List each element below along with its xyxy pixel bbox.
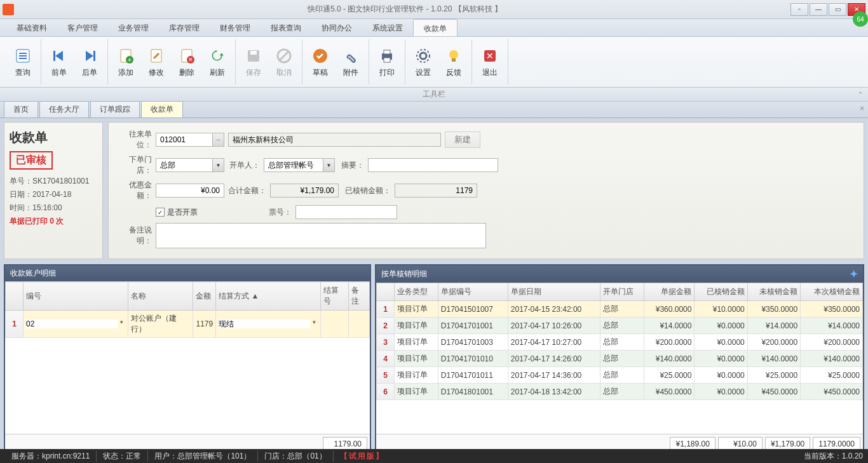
maker-dropdown-icon[interactable]: ▼	[323, 158, 335, 172]
summary-input[interactable]	[368, 158, 498, 172]
ribbon-footer-label: 工具栏	[423, 89, 445, 100]
list-icon	[13, 46, 33, 66]
toolbar-设置-button[interactable]: 设置	[408, 39, 438, 84]
toolbar-修改-button[interactable]: 修改	[141, 39, 172, 84]
store-dropdown-icon[interactable]: ▼	[213, 158, 224, 172]
meta-bill-no: 单号：SK17041801001	[10, 176, 97, 187]
total-input	[270, 184, 339, 198]
svg-rect-7	[93, 51, 95, 61]
save-icon	[243, 46, 264, 66]
discount-input[interactable]	[156, 184, 224, 198]
doc-edit-icon	[146, 46, 166, 66]
audit-stamp: 已审核	[10, 151, 53, 170]
toolbar-前单-button[interactable]: 前单	[44, 39, 74, 84]
table-row[interactable]: 1项目订单D170415010072017-04-15 23:42:00总部¥3…	[377, 301, 863, 318]
invoice-checkbox[interactable]: ✓ 是否开票	[156, 207, 198, 218]
verified-label: 已核销金额：	[342, 185, 391, 196]
toolbar-添加-button[interactable]: +添加	[111, 39, 141, 84]
meta-print-count: 单据已打印 0 次	[10, 216, 97, 227]
maker-select[interactable]	[264, 158, 323, 172]
table-row[interactable]: 3项目订单D170417010032017-04-17 10:27:00总部¥2…	[377, 334, 863, 351]
toolbar-取消-button: 取消	[269, 39, 299, 84]
chevron-down-icon[interactable]: ▼	[118, 319, 125, 328]
total-label: 合计金额：	[228, 185, 266, 196]
tab-close-icon[interactable]: ×	[860, 104, 864, 113]
left-grid-title: 收款账户明细	[10, 268, 56, 279]
menu-收款单[interactable]: 收款单	[413, 19, 458, 36]
window-minimize-button[interactable]: —	[810, 3, 827, 16]
toolbar-退出-button[interactable]: ✕退出	[475, 39, 505, 84]
svg-rect-23	[384, 58, 390, 62]
bulb-icon	[444, 46, 464, 66]
verify-table[interactable]: 业务类型单据编号单据日期开单门店单据金额已核销金额未核销金额本次核销金额1项目订…	[376, 283, 863, 400]
account-table[interactable]: 编号名称金额结算方式 ▲结算号备注1▼对公账户（建行）1179▼	[5, 281, 370, 338]
toolbar-草稿-button[interactable]: 草稿	[305, 39, 336, 84]
clip-icon	[341, 46, 361, 66]
svg-marker-4	[55, 51, 63, 61]
menu-基础资料[interactable]: 基础资料	[6, 19, 57, 36]
table-row[interactable]: 5项目订单D170417010112017-04-17 14:36:00总部¥2…	[377, 367, 863, 384]
svg-text:✕: ✕	[188, 57, 193, 63]
toolbar-后单-button[interactable]: 后单	[74, 39, 105, 84]
title-bar: 快印通5.0 - 图文快印行业管理软件 - 1.0.20 【风软科技 】 ▫ —…	[0, 0, 868, 19]
status-store: 门店：总部（01）	[258, 451, 333, 462]
main-menu-bar: 基础资料客户管理业务管理库存管理财务管理报表查询协同办公系统设置收款单	[0, 19, 868, 37]
store-select[interactable]	[156, 158, 213, 172]
partner-name-input	[228, 133, 441, 147]
account-detail-grid: 收款账户明细 编号名称金额结算方式 ▲结算号备注1▼对公账户（建行）1179▼ …	[4, 264, 371, 455]
partner-label: 往来单位：	[116, 129, 152, 151]
tab-首页[interactable]: 首页	[4, 101, 38, 117]
add-row-icon[interactable]: ✦	[850, 268, 858, 280]
remark-textarea[interactable]	[156, 223, 486, 248]
status-version: 当前版本：1.0.20	[804, 451, 863, 462]
svg-text:+: +	[128, 57, 132, 64]
toolbar-保存-button: 保存	[238, 39, 269, 84]
tab-收款单[interactable]: 收款单	[141, 101, 183, 117]
menu-业务管理[interactable]: 业务管理	[108, 19, 159, 36]
table-row[interactable]: 6项目订单D170418010012017-04-18 13:42:00总部¥4…	[377, 384, 863, 400]
doc-plus-icon: +	[116, 46, 136, 66]
app-icon	[3, 4, 14, 15]
partner-code-input[interactable]	[156, 133, 213, 147]
table-row[interactable]: 4项目订单D170417010102017-04-17 14:26:00总部¥1…	[377, 351, 863, 367]
meta-time: 时间：15:16:00	[10, 203, 97, 213]
toolbar-反馈-button[interactable]: 反馈	[438, 39, 469, 84]
toolbar-附件-button[interactable]: 附件	[336, 39, 366, 84]
refresh-icon	[207, 46, 227, 66]
window-maximize-button[interactable]: ▭	[829, 3, 846, 16]
form-panel: 往来单位： ··· 新建 下单门店： ▼ 开单人： ▼ 摘要： 优惠金额： 合计…	[108, 122, 864, 259]
right-grid-title: 按单核销明细	[381, 269, 427, 279]
toolbar-刷新-button[interactable]: 刷新	[202, 39, 233, 84]
doc-title: 收款单	[10, 129, 97, 146]
draft-icon	[310, 46, 330, 66]
chevron-down-icon[interactable]: ▼	[310, 319, 318, 328]
toolbar-打印-button[interactable]: 打印	[372, 39, 402, 84]
check-icon: ✓	[156, 208, 165, 217]
toolbar-查询-button[interactable]: 查询	[8, 39, 38, 84]
status-user: 用户：总部管理帐号（101）	[148, 451, 258, 462]
ribbon-collapse-icon[interactable]: ⌃	[858, 91, 863, 98]
next-icon	[79, 46, 100, 66]
window-restore-small-button[interactable]: ▫	[790, 3, 808, 16]
remark-label: 备注说明：	[116, 225, 152, 246]
menu-报表查询[interactable]: 报表查询	[261, 19, 311, 36]
menu-库存管理[interactable]: 库存管理	[159, 19, 210, 36]
menu-客户管理[interactable]: 客户管理	[57, 19, 108, 36]
table-row[interactable]: 2项目订单D170417010012017-04-17 10:26:00总部¥1…	[377, 318, 863, 334]
menu-协同办公[interactable]: 协同办公	[311, 19, 362, 36]
toolbar-删除-button[interactable]: ✕删除	[172, 39, 202, 84]
tab-任务大厅[interactable]: 任务大厅	[39, 101, 89, 117]
meta-date: 日期：2017-04-18	[10, 189, 97, 200]
new-partner-button[interactable]: 新建	[445, 131, 480, 148]
menu-财务管理[interactable]: 财务管理	[210, 19, 261, 36]
svg-point-25	[417, 50, 430, 62]
menu-系统设置[interactable]: 系统设置	[362, 19, 413, 36]
partner-lookup-button[interactable]: ···	[213, 133, 224, 147]
document-tabs: 首页任务大厅订单跟踪收款单×	[0, 102, 868, 118]
invoice-no-input[interactable]	[295, 205, 397, 219]
svg-text:✕: ✕	[486, 51, 494, 61]
tab-订单跟踪[interactable]: 订单跟踪	[90, 101, 140, 117]
svg-line-19	[280, 51, 288, 60]
svg-rect-5	[53, 51, 55, 61]
verify-detail-grid: 按单核销明细 ✦ 业务类型单据编号单据日期开单门店单据金额已核销金额未核销金额本…	[375, 264, 864, 455]
